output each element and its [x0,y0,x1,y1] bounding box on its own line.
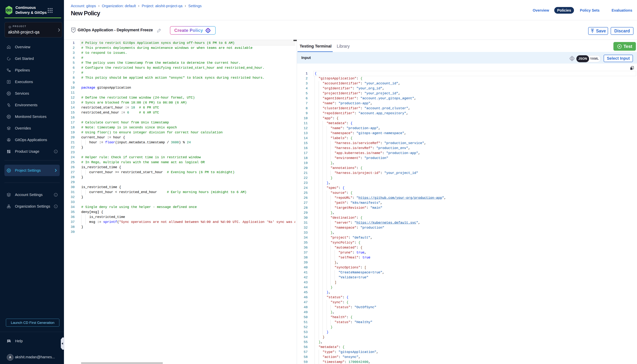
svg-text:?: ? [8,340,9,342]
svg-text:∞: ∞ [6,6,12,14]
